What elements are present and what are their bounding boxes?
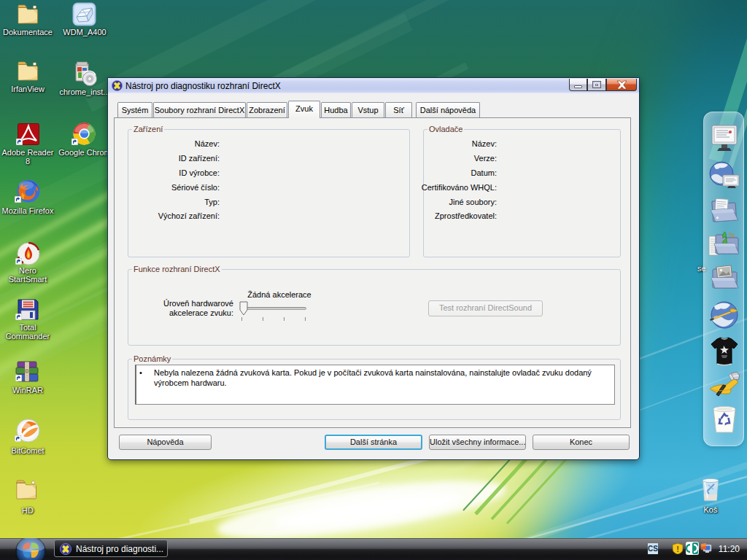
svg-text:!: !: [676, 545, 679, 553]
